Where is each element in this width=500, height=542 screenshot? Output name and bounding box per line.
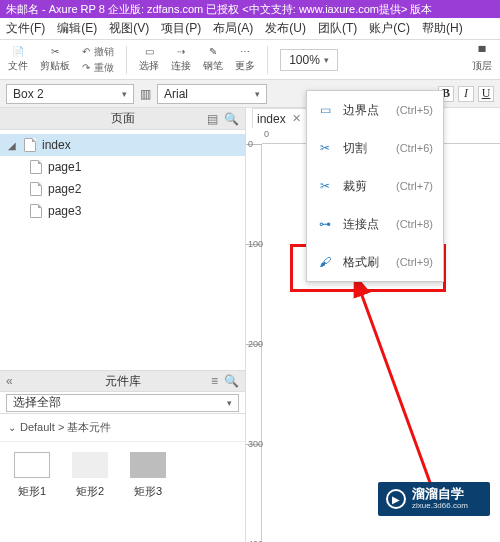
chevron-down-icon: ▾	[324, 55, 329, 65]
tool-select[interactable]: ▭ 选择	[139, 46, 159, 73]
chevron-down-icon: ◢	[8, 140, 18, 151]
copy-style-icon[interactable]: ▥	[140, 87, 151, 101]
add-page-icon[interactable]: ▤	[207, 112, 218, 126]
search-icon[interactable]: 🔍	[224, 374, 239, 388]
menu-file[interactable]: 文件(F)	[6, 20, 45, 37]
italic-button[interactable]: I	[458, 86, 474, 102]
tool-undo[interactable]: ↶撤销	[82, 45, 114, 59]
pages-panel-header: 页面 ▤🔍	[0, 108, 245, 130]
search-icon[interactable]: 🔍	[224, 112, 239, 126]
context-connect-icon[interactable]: ⊶连接点(Ctrl+8)	[307, 205, 443, 243]
tool-more[interactable]: ⋯ 更多	[235, 46, 255, 73]
tool-align-top[interactable]: ▀ 顶层	[472, 46, 492, 73]
library-grid: 矩形1 矩形2 矩形3	[0, 442, 245, 509]
text-format: B I U	[438, 86, 494, 102]
collapse-icon[interactable]: «	[6, 374, 13, 388]
divider	[126, 46, 127, 74]
more-icon: ⋯	[240, 46, 250, 57]
tool-redo[interactable]: ↷重做	[82, 61, 114, 75]
menu-account[interactable]: 账户(C)	[369, 20, 410, 37]
connect-icon: ⊶	[317, 217, 333, 231]
menu-layout[interactable]: 布局(A)	[213, 20, 253, 37]
lib-rect2[interactable]: 矩形2	[72, 452, 108, 499]
page-tree: ◢ index page1 page2 page3	[0, 130, 245, 370]
cut-icon: ✂	[317, 141, 333, 155]
context-menu: ▭边界点(Ctrl+5)✂切割(Ctrl+6)✂裁剪(Ctrl+7)⊶连接点(C…	[306, 90, 444, 282]
lib-rect3[interactable]: 矩形3	[130, 452, 166, 499]
tree-item-page2[interactable]: page2	[0, 178, 245, 200]
swatch-icon	[72, 452, 108, 478]
canvas-tab[interactable]: index ✕	[252, 108, 310, 128]
swatch-icon	[14, 452, 50, 478]
title-text: 朱邮名 - Axure RP 8 企业版: zdfans.com 已授权 <中文…	[6, 2, 432, 17]
library-select[interactable]: 选择全部▾	[6, 394, 239, 412]
page-icon	[30, 204, 42, 218]
chevron-down-icon: ⌄	[8, 422, 16, 433]
redo-icon: ↷	[82, 62, 90, 73]
menu-team[interactable]: 团队(T)	[318, 20, 357, 37]
divider	[267, 46, 268, 74]
pen-icon: ✎	[209, 46, 217, 57]
lib-rect1[interactable]: 矩形1	[14, 452, 50, 499]
format-brush-icon: 🖌	[317, 255, 333, 269]
font-select[interactable]: Arial▾	[157, 84, 267, 104]
context-cut-icon[interactable]: ✂切割(Ctrl+6)	[307, 129, 443, 167]
zoom-select[interactable]: 100%▾	[280, 49, 338, 71]
page-icon	[24, 138, 36, 152]
menu-icon[interactable]: ≡	[211, 374, 218, 388]
brand-badge: ▶ 溜溜自学 zixue.3d66.com	[378, 482, 490, 516]
toolbar: 📄 文件 ✂ 剪贴板 ↶撤销 ↷重做 ▭ 选择 ⇢ 连接 ✎ 钢笔 ⋯ 更多 1…	[0, 40, 500, 80]
context-crop-icon[interactable]: ✂裁剪(Ctrl+7)	[307, 167, 443, 205]
align-top-icon: ▀	[478, 46, 485, 57]
select-icon: ▭	[145, 46, 154, 57]
tree-root[interactable]: ◢ index	[0, 134, 245, 156]
context-format-brush-icon[interactable]: 🖌格式刷(Ctrl+9)	[307, 243, 443, 281]
file-icon: 📄	[12, 46, 24, 57]
tool-file[interactable]: 📄 文件	[8, 46, 28, 73]
page-icon	[30, 182, 42, 196]
menu-bar: 文件(F) 编辑(E) 视图(V) 项目(P) 布局(A) 发布(U) 团队(T…	[0, 18, 500, 40]
library-panel-header: « 元件库 ≡🔍	[0, 370, 245, 392]
menu-publish[interactable]: 发布(U)	[265, 20, 306, 37]
menu-help[interactable]: 帮助(H)	[422, 20, 463, 37]
context-boundary-icon[interactable]: ▭边界点(Ctrl+5)	[307, 91, 443, 129]
left-column: 页面 ▤🔍 ◢ index page1 page2 page3 «	[0, 108, 246, 542]
chevron-down-icon: ▾	[255, 89, 260, 99]
widget-name-select[interactable]: Box 2▾	[6, 84, 134, 104]
library-select-row: 选择全部▾	[0, 392, 245, 414]
menu-view[interactable]: 视图(V)	[109, 20, 149, 37]
crop-icon: ✂	[317, 179, 333, 193]
chevron-down-icon: ▾	[122, 89, 127, 99]
chevron-down-icon: ▾	[227, 398, 232, 408]
swatch-icon	[130, 452, 166, 478]
cut-icon: ✂	[51, 46, 59, 57]
close-icon[interactable]: ✕	[292, 112, 301, 125]
page-icon	[30, 160, 42, 174]
connect-icon: ⇢	[177, 46, 185, 57]
tool-pen[interactable]: ✎ 钢笔	[203, 46, 223, 73]
boundary-icon: ▭	[317, 103, 333, 117]
tool-connect[interactable]: ⇢ 连接	[171, 46, 191, 73]
underline-button[interactable]: U	[478, 86, 494, 102]
menu-edit[interactable]: 编辑(E)	[57, 20, 97, 37]
menu-project[interactable]: 项目(P)	[161, 20, 201, 37]
tree-item-page1[interactable]: page1	[0, 156, 245, 178]
undo-icon: ↶	[82, 46, 90, 57]
play-icon: ▶	[386, 489, 406, 509]
title-bar: 朱邮名 - Axure RP 8 企业版: zdfans.com 已授权 <中文…	[0, 0, 500, 18]
tree-item-page3[interactable]: page3	[0, 200, 245, 222]
tool-undo-redo: ↶撤销 ↷重做	[82, 45, 114, 75]
ruler-vertical: 0100200300400	[246, 144, 262, 542]
library-breadcrumb[interactable]: ⌄Default > 基本元件	[0, 414, 245, 442]
tool-clipboard[interactable]: ✂ 剪贴板	[40, 46, 70, 73]
